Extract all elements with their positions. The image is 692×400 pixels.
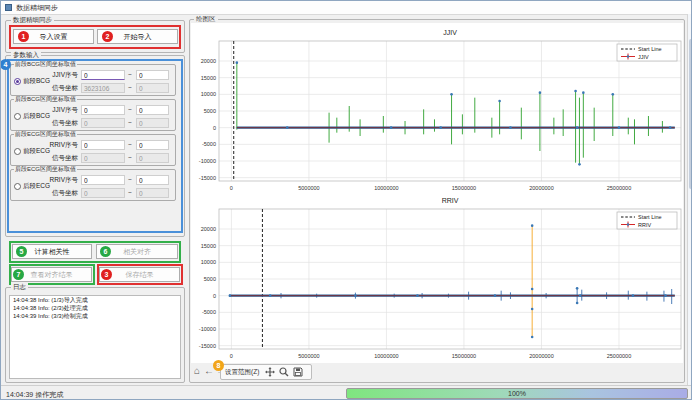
annotation-badge-7: 7: [13, 269, 24, 280]
set-range-button[interactable]: 设置范围(Z): [221, 368, 263, 377]
jjiv-index-to-input[interactable]: [136, 105, 169, 115]
pan-icon[interactable]: [265, 367, 275, 377]
param-group-title: 前段BCG区间坐标取值: [14, 61, 77, 68]
signal-coord-to-input: [136, 153, 169, 163]
range-tilde: ~: [128, 154, 132, 161]
progress-label: 100%: [508, 390, 526, 397]
svg-text:15000000: 15000000: [452, 185, 476, 191]
plot-group-label: 绘图区: [194, 15, 218, 22]
jjiv-index-to-input[interactable]: [136, 70, 169, 80]
params-group-label: 参数输入: [11, 51, 41, 58]
title-bar: 数据精细同步: [1, 1, 692, 15]
field-label: RRIV序号: [44, 176, 78, 185]
svg-text:25000000: 25000000: [607, 353, 631, 359]
signal-coord-to-input: [136, 118, 169, 128]
svg-text:20000: 20000: [201, 226, 216, 232]
param-group-rear-ecg: 后段ECG区间坐标取值 后段ECG RRIV序号 ~ 信号坐标 ~: [10, 169, 176, 201]
svg-text:-10000: -10000: [199, 158, 216, 164]
plot-toolbar: ⌂ ← → 设置范围(Z): [191, 364, 491, 381]
home-icon[interactable]: ⌂: [191, 365, 203, 376]
field-label: JJIV序号: [44, 106, 78, 115]
annotation-badge-8: 8: [213, 360, 224, 371]
svg-text:0: 0: [213, 125, 216, 131]
charts-svg: 0500000010000000150000002000000025000000…: [191, 23, 683, 363]
svg-text:5000: 5000: [204, 108, 216, 114]
svg-text:10000: 10000: [201, 91, 216, 97]
param-group-title: 后段ECG区间坐标取值: [14, 166, 77, 173]
annotation-badge-2: 2: [102, 31, 113, 42]
svg-text:JJIV: JJIV: [638, 54, 649, 60]
rriv-index-to-input[interactable]: [136, 140, 169, 150]
field-label: 信号坐标: [44, 84, 78, 93]
svg-text:5000000: 5000000: [298, 353, 319, 359]
save-icon[interactable]: [293, 367, 303, 377]
svg-text:5000: 5000: [204, 276, 216, 282]
field-label: JJIV序号: [44, 71, 78, 80]
rriv-index-from-input[interactable]: [81, 140, 125, 150]
range-tilde: ~: [128, 119, 132, 126]
vertical-scrollbar[interactable]: [687, 14, 692, 385]
range-tilde: ~: [128, 106, 132, 113]
param-group-title: 后段BCG区间坐标取值: [14, 96, 77, 103]
log-entry: 14:04:38 Info: (1/3)导入完成: [10, 296, 180, 304]
app-icon: [5, 4, 12, 11]
field-label: 信号坐标: [44, 119, 78, 128]
signal-coord-to-input: [136, 83, 169, 93]
svg-text:0: 0: [213, 293, 216, 299]
jjiv-index-from-input[interactable]: [81, 70, 125, 80]
annotation-badge-5: 5: [16, 246, 27, 257]
status-bar: 14:04:39 操作完成 100%: [1, 385, 692, 400]
svg-text:15000: 15000: [201, 243, 216, 249]
window-title: 数据精细同步: [16, 3, 58, 13]
range-tilde: ~: [128, 176, 132, 183]
signal-coord-to-input: [136, 188, 169, 198]
app-window: 数据精细同步 数据精细同步 导入设置 开始导入 1 2 参数输入 4 前段BCG…: [0, 0, 692, 400]
svg-text:5000000: 5000000: [298, 185, 319, 191]
plot-figure[interactable]: 0500000010000000150000002000000025000000…: [191, 23, 683, 363]
range-tilde: ~: [128, 84, 132, 91]
log-group-label: 日志: [11, 283, 28, 290]
rriv-index-to-input[interactable]: [136, 175, 169, 185]
annotation-badge-3: 3: [101, 269, 112, 280]
range-tilde: ~: [128, 189, 132, 196]
svg-text:-5000: -5000: [202, 141, 216, 147]
svg-text:RRIV: RRIV: [638, 222, 651, 228]
sync-group-label: 数据精细同步: [11, 16, 54, 23]
param-group-title: 前段ECG区间坐标取值: [14, 131, 77, 138]
svg-text:15000: 15000: [201, 75, 216, 81]
field-label: 信号坐标: [44, 189, 78, 198]
svg-text:20000000: 20000000: [529, 353, 553, 359]
svg-text:20000000: 20000000: [529, 185, 553, 191]
signal-coord-from-input: [81, 188, 125, 198]
svg-text:20000: 20000: [201, 58, 216, 64]
jjiv-index-from-input[interactable]: [81, 105, 125, 115]
annotation-badge-1: 1: [18, 31, 29, 42]
svg-text:25000000: 25000000: [607, 185, 631, 191]
svg-text:10000000: 10000000: [374, 353, 398, 359]
signal-coord-from-input: [81, 83, 125, 93]
svg-text:0: 0: [230, 185, 233, 191]
svg-text:-5000: -5000: [202, 309, 216, 315]
status-text: 14:04:39 操作完成: [6, 390, 63, 400]
field-label: 信号坐标: [44, 154, 78, 163]
param-group-front-ecg: 前段ECG区间坐标取值 前段ECG RRIV序号 ~ 信号坐标 ~: [10, 134, 176, 166]
signal-coord-from-input: [81, 118, 125, 128]
rriv-index-from-input[interactable]: [81, 175, 125, 185]
svg-text:RRIV: RRIV: [442, 197, 459, 204]
annotation-badge-6: 6: [100, 246, 111, 257]
zoom-icon[interactable]: [279, 367, 289, 377]
svg-text:JJIV: JJIV: [443, 29, 457, 36]
signal-coord-from-input: [81, 153, 125, 163]
range-tilde: ~: [128, 71, 132, 78]
svg-text:0: 0: [230, 353, 233, 359]
log-textarea[interactable]: 14:04:38 Info: (1/3)导入完成 14:04:38 Info: …: [9, 295, 181, 379]
annotation-badge-4: 4: [0, 59, 11, 70]
param-group-front-bcg: 前段BCG区间坐标取值 前段BCG JJIV序号 ~ 信号坐标 ~: [10, 64, 176, 96]
svg-text:-15000: -15000: [199, 343, 216, 349]
log-entry: 14:04:39 Info: (3/3)绘制完成: [10, 312, 180, 320]
svg-text:10000000: 10000000: [374, 185, 398, 191]
svg-text:Start Line: Start Line: [638, 46, 662, 52]
svg-text:-15000: -15000: [199, 175, 216, 181]
svg-text:15000000: 15000000: [452, 353, 476, 359]
range-tilde: ~: [128, 141, 132, 148]
